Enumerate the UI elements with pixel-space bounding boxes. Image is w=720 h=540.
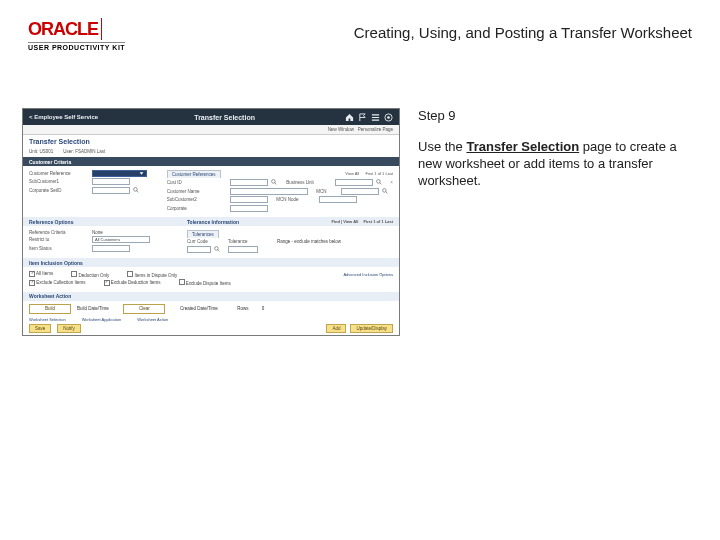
currcode-label: Curr Code xyxy=(187,239,225,244)
search-icon[interactable] xyxy=(133,187,140,194)
created-dt-label: Created Date/Time xyxy=(180,306,218,311)
chk-excl-collection[interactable] xyxy=(29,280,35,286)
rows-value: 0 xyxy=(262,306,265,311)
doc-title: Creating, Using, and Posting a Transfer … xyxy=(354,24,692,41)
cust-id-label: Cust ID xyxy=(167,180,227,185)
subcust1-label: SubCustomer1 xyxy=(29,179,89,184)
item-status-label: Item Status xyxy=(29,246,89,251)
section-reference-options: Reference Options xyxy=(23,217,181,226)
bell-icon[interactable] xyxy=(384,113,393,122)
cust-id-input[interactable] xyxy=(230,179,268,186)
chk-dispute-only[interactable] xyxy=(127,271,133,277)
app-topbar: < Employee Self Service Transfer Selecti… xyxy=(23,109,399,125)
mcn-node-label: MCN Node xyxy=(276,197,316,202)
app-screenshot: < Employee Self Service Transfer Selecti… xyxy=(22,108,400,336)
svg-line-3 xyxy=(137,190,139,192)
tab-tolerances[interactable]: Tolerances xyxy=(187,230,219,238)
add-button[interactable]: Add xyxy=(326,324,346,333)
ws-action-link[interactable]: Worksheet Action xyxy=(137,317,168,322)
notify-button[interactable]: Notify xyxy=(57,324,81,333)
section-worksheet-action: Worksheet Action xyxy=(23,292,399,301)
mcn-label: MCN xyxy=(316,189,338,194)
build-button[interactable]: Build xyxy=(29,304,71,314)
currcode-input[interactable] xyxy=(187,246,211,253)
range-label: Range - exclude matches below xyxy=(277,239,341,244)
page-title: Transfer Selection xyxy=(23,135,399,148)
subcust2-input[interactable] xyxy=(230,196,268,203)
flag-icon[interactable] xyxy=(358,113,367,122)
home-icon[interactable] xyxy=(345,113,354,122)
bunit-input[interactable] xyxy=(335,179,373,186)
section-customer-criteria: Customer Criteria xyxy=(23,157,399,166)
clear-button[interactable]: Clear xyxy=(123,304,165,314)
lbl-excl-dispute: Exclude Dispute Items xyxy=(186,281,231,286)
tolerance-nav[interactable]: First 1 of 1 Last xyxy=(363,219,393,224)
build-dt-label: Build Date/Time xyxy=(77,306,109,311)
back-link[interactable]: < Employee Self Service xyxy=(29,114,98,120)
instruction-text: Use the Transfer Selection page to creat… xyxy=(418,139,688,190)
lbl-ded-only: Deduction Only xyxy=(79,273,110,278)
mcn-input[interactable] xyxy=(341,188,379,195)
rows-label: Rows xyxy=(237,306,248,311)
corp-setid-input[interactable] xyxy=(92,187,130,194)
corp-cust-input[interactable] xyxy=(230,205,268,212)
app-title: Transfer Selection xyxy=(104,114,345,121)
svg-line-9 xyxy=(386,191,388,193)
chk-all-items[interactable] xyxy=(29,271,35,277)
close-icon[interactable]: × xyxy=(390,180,393,185)
lbl-excl-collection: Exclude Collection Items xyxy=(36,280,85,285)
menu-icon[interactable] xyxy=(371,113,380,122)
personalize-link[interactable]: Personalize Page xyxy=(358,127,393,132)
subcust2-label: SubCustomer2 xyxy=(167,197,227,202)
ws-selection-link[interactable]: Worksheet Selection xyxy=(29,317,66,322)
chk-excl-dispute[interactable] xyxy=(179,279,185,285)
instruction-panel: Step 9 Use the Transfer Selection page t… xyxy=(418,108,688,336)
oracle-logo: ORACLE xyxy=(28,19,98,40)
unit-value: US001 xyxy=(40,149,54,154)
subcust1-input[interactable] xyxy=(92,178,130,185)
search-icon[interactable] xyxy=(214,246,221,253)
cust-ref-dropdown[interactable] xyxy=(92,170,147,177)
chk-excl-deduction[interactable] xyxy=(104,280,110,286)
tolerance-find[interactable]: Find | View All xyxy=(331,219,358,224)
search-icon[interactable] xyxy=(382,188,389,195)
section-tolerance: Tolerance Information xyxy=(187,219,239,225)
lbl-all-items: All Items xyxy=(36,271,53,276)
svg-point-1 xyxy=(387,116,390,119)
user-label: User: xyxy=(63,149,74,154)
section-item-inclusion: Item Inclusion Options xyxy=(23,258,399,267)
corp-cust-label: Corporate xyxy=(167,206,227,211)
new-window-link[interactable]: New Window xyxy=(328,127,354,132)
cust-ref-label: Customer Reference xyxy=(29,171,89,176)
adv-inclusion-link[interactable]: Advanced Inclusion Options xyxy=(343,272,393,277)
lbl-dispute-only: Items in Dispute Only xyxy=(135,273,178,278)
cust-name-input[interactable] xyxy=(230,188,308,195)
brand-sub: USER PRODUCTIVITY KIT xyxy=(28,42,125,51)
tolerance-input[interactable] xyxy=(228,246,258,253)
lbl-excl-deduction: Exclude Deduction Items xyxy=(111,280,161,285)
search-icon[interactable] xyxy=(271,179,278,186)
svg-line-7 xyxy=(380,183,382,185)
save-button[interactable]: Save xyxy=(29,324,51,333)
user-value: FSADMIN Last xyxy=(75,149,105,154)
ws-application-link[interactable]: Worksheet Application xyxy=(82,317,122,322)
svg-line-11 xyxy=(218,249,220,251)
page-nav[interactable]: First 1 of 1 Last xyxy=(365,171,393,176)
ref-criteria-label: Reference Criteria xyxy=(29,230,89,235)
item-status-dropdown[interactable] xyxy=(92,245,130,252)
sub-header: New Window Personalize Page xyxy=(23,125,399,135)
bunit-label: Business Unit xyxy=(286,180,332,185)
corp-setid-label: Corporate SetID xyxy=(29,188,89,193)
search-icon[interactable] xyxy=(376,179,383,186)
restrict-to-dropdown[interactable]: All Customers xyxy=(92,236,150,243)
update-display-button[interactable]: Update/Display xyxy=(350,324,393,333)
tolerance-label: Tolerance xyxy=(228,239,266,244)
unit-label: Unit: xyxy=(29,149,38,154)
svg-line-5 xyxy=(274,183,276,185)
mcn-node-input[interactable] xyxy=(319,196,357,203)
cust-ref-tab[interactable]: Customer References xyxy=(167,170,221,178)
cust-name-label: Customer Name xyxy=(167,189,227,194)
find-viewall[interactable]: View All xyxy=(345,171,359,176)
ref-criteria-value: None xyxy=(92,230,103,235)
chk-ded-only[interactable] xyxy=(71,271,77,277)
